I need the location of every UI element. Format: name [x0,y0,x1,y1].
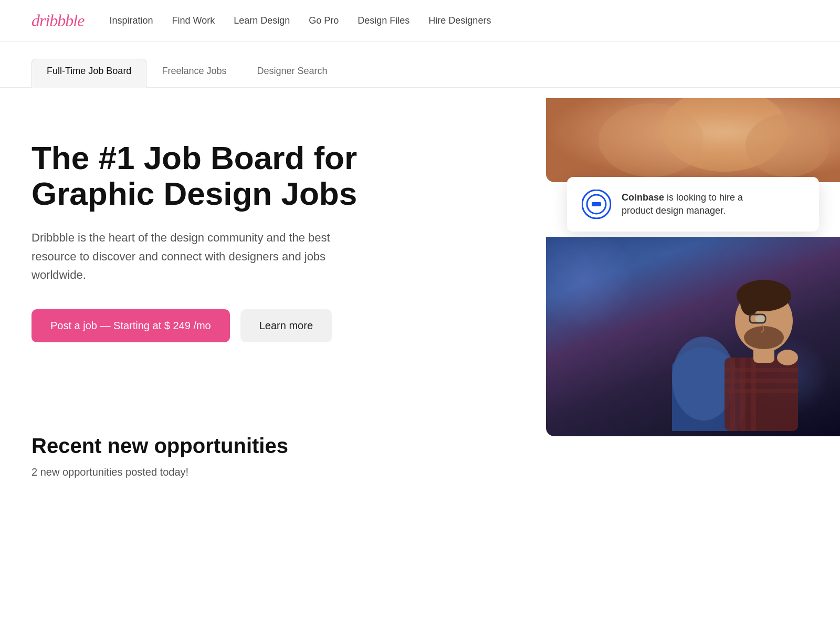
svg-rect-13 [724,368,798,372]
hero-content: The #1 Job Board for Graphic Design Jobs… [32,130,399,342]
hero-image-top [546,98,840,182]
brand-name: dribbble [32,11,84,30]
tabs-section: Full-Time Job Board Freelance Jobs Desig… [0,42,840,88]
hero-description: Dribbble is the heart of the design comm… [32,228,357,284]
nav-links: Inspiration Find Work Learn Design Go Pr… [109,15,491,26]
company-card: Coinbase is looking to hire a product de… [567,177,819,232]
logo[interactable]: dribbble [32,11,84,30]
svg-rect-6 [592,202,601,206]
svg-rect-15 [724,389,798,393]
svg-point-19 [740,289,759,316]
nav-item-design-files[interactable]: Design Files [358,15,410,26]
hero-image-bottom-inner [546,237,840,436]
tabs-list: Full-Time Job Board Freelance Jobs Desig… [32,59,808,87]
nav-link-go-pro[interactable]: Go Pro [309,15,339,26]
hero-image-bottom [546,237,840,436]
svg-rect-14 [724,379,798,383]
nav-link-learn-design[interactable]: Learn Design [234,15,290,26]
company-card-text: Coinbase is looking to hire a product de… [622,191,743,217]
svg-point-22 [755,315,765,322]
hero-buttons: Post a job — Starting at $ 249 /mo Learn… [32,309,399,342]
company-name: Coinbase is looking to hire a product de… [622,192,743,216]
hero-section: The #1 Job Board for Graphic Design Jobs… [0,88,840,403]
svg-point-2 [746,114,830,177]
nav-link-design-files[interactable]: Design Files [358,15,410,26]
tab-full-time[interactable]: Full-Time Job Board [32,59,146,88]
decorative-blob-1 [546,237,635,331]
hero-title: The #1 Job Board for Graphic Design Jobs [32,140,399,212]
tab-freelance-jobs[interactable]: Freelance Jobs [146,59,242,88]
recent-opportunities-title: Recent new opportunities [32,434,808,458]
post-job-button[interactable]: Post a job — Starting at $ 249 /mo [32,309,230,342]
nav-item-hire-designers[interactable]: Hire Designers [428,15,491,26]
recent-opportunities-subtitle: 2 new opportunities posted today! [32,466,808,478]
nav-item-inspiration[interactable]: Inspiration [109,15,153,26]
navbar: dribbble Inspiration Find Work Learn Des… [0,0,840,42]
hero-visual: Coinbase is looking to hire a product de… [546,98,840,436]
tab-designer-search[interactable]: Designer Search [242,59,342,88]
person-silhouette [672,253,808,431]
nav-link-inspiration[interactable]: Inspiration [109,15,153,26]
nav-link-find-work[interactable]: Find Work [172,15,215,26]
nav-item-go-pro[interactable]: Go Pro [309,15,339,26]
nav-item-find-work[interactable]: Find Work [172,15,215,26]
nav-item-learn-design[interactable]: Learn Design [234,15,290,26]
company-logo [582,190,611,219]
svg-rect-24 [785,350,790,360]
learn-more-button[interactable]: Learn more [240,309,332,342]
svg-point-3 [598,103,704,177]
nav-link-hire-designers[interactable]: Hire Designers [428,15,491,26]
